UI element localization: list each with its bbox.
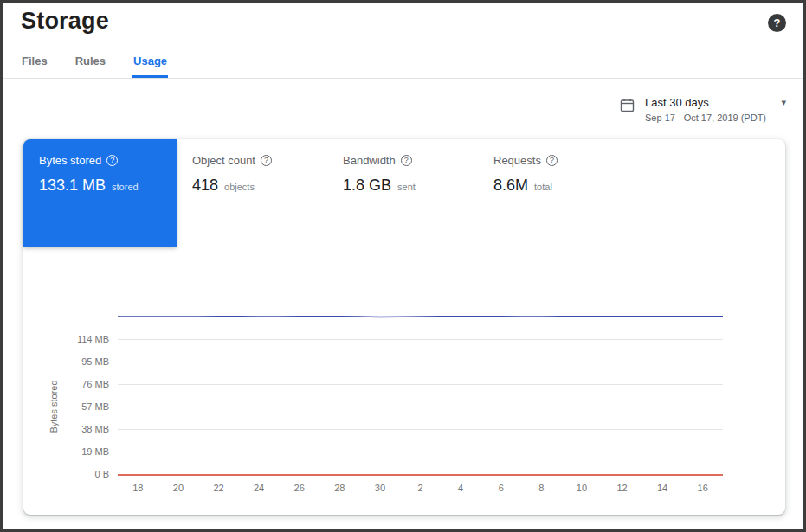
metric-label: Object count — [192, 154, 255, 167]
date-range-selector[interactable]: Last 30 days ▾ Sep 17 - Oct 17, 2019 (PD… — [620, 96, 786, 123]
metric-value: 1.8 GB — [343, 176, 391, 194]
metric-bytes-stored[interactable]: Bytes stored ? 133.1 MB stored — [23, 139, 177, 247]
usage-chart: Bytes stored 114 MB95 MB76 MB57 MB38 MB1… — [23, 269, 785, 507]
metric-unit: total — [534, 182, 552, 192]
question-icon: ? — [774, 16, 781, 29]
metric-label: Requests — [493, 154, 541, 167]
metric-value: 133.1 MB — [39, 176, 106, 194]
metric-unit: stored — [112, 182, 139, 192]
help-circle-icon: ? — [261, 155, 272, 166]
storage-usage-page: Storage ? Files Rules Usage Last 30 days… — [0, 0, 806, 532]
metric-bandwidth[interactable]: Bandwidth ? 1.8 GB sent — [327, 139, 478, 247]
date-range-label: Last 30 days — [645, 96, 709, 109]
help-circle-icon: ? — [106, 155, 118, 166]
metric-value: 418 — [192, 176, 218, 194]
chevron-down-icon: ▾ — [781, 97, 786, 108]
metric-tiles: Bytes stored ? 133.1 MB stored Object co… — [23, 139, 785, 247]
tab-rules[interactable]: Rules — [74, 53, 106, 78]
metric-value: 8.6M — [493, 176, 528, 194]
metric-unit: objects — [224, 182, 255, 192]
metric-object-count[interactable]: Object count ? 418 objects — [177, 139, 327, 247]
help-button[interactable]: ? — [768, 14, 786, 32]
tab-files[interactable]: Files — [21, 53, 48, 78]
bytes-stored-series-line — [23, 269, 785, 507]
date-range-detail: Sep 17 - Oct 17, 2019 (PDT) — [645, 112, 786, 123]
tab-bar: Files Rules Usage — [21, 53, 168, 78]
help-circle-icon: ? — [401, 155, 412, 166]
usage-card: Bytes stored ? 133.1 MB stored Object co… — [23, 139, 785, 515]
calendar-icon — [620, 98, 635, 112]
tab-divider — [3, 78, 803, 79]
metric-unit: sent — [397, 182, 416, 192]
page-title: Storage — [21, 8, 109, 35]
metric-label: Bandwidth — [343, 154, 396, 167]
help-circle-icon: ? — [546, 155, 558, 166]
tab-usage[interactable]: Usage — [132, 53, 168, 78]
metric-label: Bytes stored — [39, 154, 101, 167]
metric-requests[interactable]: Requests ? 8.6M total — [478, 139, 629, 247]
